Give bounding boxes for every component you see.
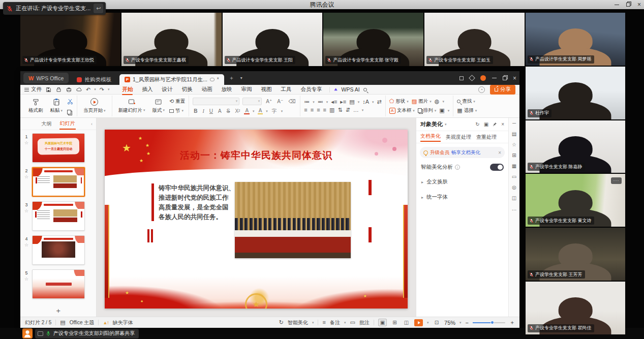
- align-left-button[interactable]: ≡: [304, 107, 307, 113]
- full-skin-section[interactable]: ▸ 全文换肤: [416, 174, 508, 190]
- video-tile[interactable]: 产品设计专业学生党支部 张守殿: [323, 13, 423, 66]
- row-spacing-down-button[interactable]: ⇵: [346, 107, 350, 113]
- new-slide-button[interactable]: 新建幻灯片▾: [116, 99, 148, 114]
- video-tile[interactable]: 产设学生党支部 王芳芳: [526, 228, 625, 281]
- slideshow-play-button[interactable]: [414, 319, 423, 326]
- favorites-icon[interactable]: ☆: [512, 142, 516, 147]
- collapse-handle-icon[interactable]: ─: [512, 121, 516, 126]
- slide-thumbnail-5[interactable]: [32, 269, 85, 299]
- zoom-out-button[interactable]: −: [466, 320, 469, 326]
- font-color-chevron[interactable]: ▾: [253, 109, 255, 113]
- wps-minimize-icon[interactable]: [492, 78, 497, 78]
- justify-button[interactable]: ≡: [323, 107, 326, 113]
- slide-thumbnail-3[interactable]: [32, 201, 85, 231]
- align-right-button[interactable]: ≡: [317, 107, 320, 113]
- slide-thumbnail-1[interactable]: 风景园林与艺术学院 十一月主题党日活动: [32, 133, 85, 163]
- video-tile[interactable]: 产品设计学生党支部 周梦瑶: [526, 13, 625, 66]
- tab-animation[interactable]: 动画: [197, 85, 216, 94]
- output-icon[interactable]: [55, 86, 62, 93]
- save-icon[interactable]: [45, 86, 52, 93]
- font-family-select[interactable]: ▾: [193, 98, 239, 105]
- normal-view-icon[interactable]: ▣: [378, 319, 387, 326]
- cloud-icon[interactable]: [76, 86, 82, 93]
- select-button[interactable]: ▦选择▾: [457, 107, 477, 114]
- wps-restore-icon[interactable]: [503, 76, 507, 80]
- redo-icon[interactable]: ↷: [100, 87, 104, 93]
- tab-home[interactable]: 开始: [118, 85, 137, 94]
- tab-tools[interactable]: 工具: [277, 85, 295, 94]
- undo-chevron[interactable]: ▾: [94, 87, 96, 91]
- wps-ai-label[interactable]: WPS AI: [341, 86, 359, 93]
- more-tools-icon[interactable]: …: [512, 206, 517, 211]
- play-options-chevron[interactable]: ▾: [427, 321, 429, 325]
- search-icon[interactable]: [363, 88, 367, 91]
- arrange-button[interactable]: 排列▾: [418, 107, 437, 114]
- current-slide[interactable]: ★ ★ ★ ★ ★ 活动一：铸牢中华民族共同体意识 铸牢中华民族共同体意识、 推…: [105, 130, 408, 309]
- zoom-level[interactable]: 75%: [444, 320, 455, 326]
- slide-canvas[interactable]: ★ ★ ★ ★ ★ 活动一：铸牢中华民族共同体意识 铸牢中华民族共同体意识、 推…: [97, 118, 416, 317]
- wps-close-icon[interactable]: ×: [513, 75, 516, 82]
- frame-button[interactable]: ▣: [439, 108, 444, 113]
- sorter-view-icon[interactable]: ⊞: [391, 319, 398, 326]
- notes-icon[interactable]: ▭: [512, 174, 516, 179]
- meeting-app-icon[interactable]: [22, 328, 33, 338]
- design-icon[interactable]: ▦: [512, 164, 516, 169]
- convert-button[interactable]: ⇄: [377, 99, 382, 105]
- superscript-button[interactable]: X²: [234, 108, 241, 114]
- tab-view[interactable]: 视图: [257, 85, 275, 94]
- add-slide-button[interactable]: ＋: [20, 305, 96, 317]
- cut-button[interactable]: [67, 98, 73, 107]
- properties-icon[interactable]: ▤: [512, 132, 516, 137]
- redo-chevron[interactable]: ▾: [108, 87, 110, 91]
- toast-back-button[interactable]: ↩: [94, 4, 103, 13]
- slide-body-textbox[interactable]: 铸牢中华民族共同体意识、 推进新时代党的民族工作 高质量发展，是全党全国 各族人…: [151, 183, 235, 222]
- slides-tab[interactable]: 幻灯片: [59, 118, 76, 130]
- layout-button[interactable]: 版式▾: [150, 99, 168, 114]
- tab-insert[interactable]: 插入: [138, 85, 157, 94]
- reset-button[interactable]: ⟲重置: [169, 98, 185, 105]
- tab-transition[interactable]: 切换: [177, 85, 196, 94]
- layers-icon[interactable]: ⊞: [512, 153, 516, 158]
- textbox-button[interactable]: A文本框▾: [389, 107, 415, 114]
- comment-label[interactable]: 批注: [359, 319, 370, 326]
- slide-title[interactable]: 活动一：铸牢中华民族共同体意识: [105, 149, 408, 162]
- video-tile[interactable]: 产品设计专业学生党支部 王阳: [223, 13, 323, 66]
- columns-button[interactable]: ▥: [329, 107, 334, 113]
- video-tile[interactable]: 产设专业学生党支部王鑫棋: [121, 13, 222, 66]
- font-color-button[interactable]: A: [244, 108, 250, 114]
- bold-button[interactable]: B: [193, 108, 198, 114]
- beautify-tab-aesthetic[interactable]: 美观度处理: [446, 134, 471, 141]
- more-char-chevron[interactable]: ▾: [281, 109, 283, 113]
- tab-list-chevron[interactable]: ▾: [239, 76, 244, 80]
- wps-home-tab[interactable]: W WPS Office: [23, 73, 69, 83]
- tab-member[interactable]: 会员专享: [296, 85, 326, 94]
- info-icon[interactable]: i: [455, 165, 460, 170]
- zoom-in-button[interactable]: ＋: [509, 319, 515, 326]
- video-tile[interactable]: 杜作宇: [526, 67, 625, 119]
- outdent-button[interactable]: ◂≡: [331, 99, 337, 105]
- video-tile[interactable]: 产设学生党支部 陈嘉静: [526, 120, 625, 173]
- slide-photo[interactable]: [235, 182, 351, 258]
- window-icon[interactable]: ▣: [484, 121, 488, 127]
- video-tile[interactable]: 产设专业学生党支部 瞿尚佳: [526, 282, 625, 334]
- shapes-button[interactable]: ⬠形状▾: [389, 98, 409, 105]
- bullet-list-button[interactable]: ≔: [304, 99, 310, 105]
- new-tab-button[interactable]: ＋: [227, 74, 236, 82]
- theme-label[interactable]: Office 主题: [70, 319, 95, 326]
- line-spacing-button[interactable]: ↕A: [362, 99, 369, 105]
- char-spacing-button[interactable]: A: [217, 108, 223, 114]
- font-size-select[interactable]: ▾: [242, 98, 262, 105]
- restore-icon[interactable]: [626, 3, 630, 7]
- increase-font-button[interactable]: A⁺: [265, 99, 273, 104]
- missing-font-label[interactable]: 缺失字体: [113, 319, 133, 326]
- paste-button[interactable]: 粘贴▾: [48, 98, 66, 114]
- section-button[interactable]: 节▾: [169, 108, 185, 114]
- play-from-current-button[interactable]: 当页开始▾: [81, 98, 108, 114]
- beautify-icon[interactable]: ◎: [512, 185, 516, 190]
- file-menu[interactable]: 文件: [24, 86, 42, 93]
- fit-window-icon[interactable]: ⊡: [433, 319, 440, 326]
- beautify-title-chevron[interactable]: ▾: [445, 122, 447, 127]
- strikethrough-button[interactable]: S: [226, 108, 231, 114]
- italic-button[interactable]: I: [202, 108, 205, 114]
- find-button[interactable]: 查找▾: [457, 98, 477, 105]
